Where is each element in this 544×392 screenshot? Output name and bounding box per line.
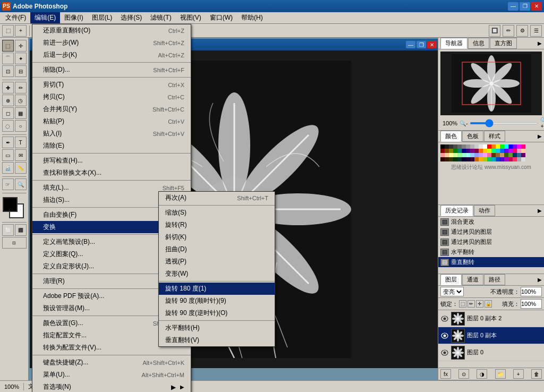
tool-notes[interactable]: ✉ xyxy=(15,149,27,161)
swatch[interactable] xyxy=(483,157,487,161)
transform-flip-h[interactable]: 水平翻转(H) xyxy=(159,322,275,334)
swatch[interactable] xyxy=(521,153,525,157)
swatch[interactable] xyxy=(517,153,521,157)
swatch[interactable] xyxy=(466,153,470,157)
swatch[interactable] xyxy=(457,153,462,157)
history-panel-menu[interactable]: ▶ xyxy=(538,208,542,214)
tool-eyedropper[interactable]: 🔬 xyxy=(2,162,14,174)
swatch[interactable] xyxy=(508,157,513,161)
swatch[interactable] xyxy=(445,144,449,149)
swatch[interactable] xyxy=(504,144,508,149)
swatch[interactable] xyxy=(496,144,500,149)
transform-warp[interactable]: 变形(W) xyxy=(159,268,275,280)
swatch[interactable] xyxy=(491,149,496,153)
transform-distort[interactable]: 扭曲(D) xyxy=(159,243,275,255)
tab-layers[interactable]: 图层 xyxy=(440,274,462,285)
transform-flip-v[interactable]: 垂直翻转(V) xyxy=(159,334,275,346)
edit-spell-check[interactable]: 拼写检查(H)... xyxy=(32,155,191,167)
menu-layer[interactable]: 图层(L) xyxy=(88,12,117,23)
swatch[interactable] xyxy=(491,157,496,161)
edit-preferences[interactable]: 首选项(N) ▶ xyxy=(32,381,191,392)
tab-actions[interactable]: 动作 xyxy=(474,205,495,216)
tab-color[interactable]: 颜色 xyxy=(440,131,462,142)
edit-paste[interactable]: 粘贴(P) Ctrl+V xyxy=(32,115,191,127)
zoom-slider[interactable] xyxy=(470,122,538,124)
edit-paste-into[interactable]: 贴入(I) Shift+Ctrl+V xyxy=(32,127,191,140)
swatch[interactable] xyxy=(496,153,500,157)
swatch[interactable] xyxy=(445,149,449,153)
zoom-out-icon[interactable]: 🔍- xyxy=(460,121,468,126)
tool-history[interactable]: ◷ xyxy=(15,95,27,106)
swatch[interactable] xyxy=(440,149,445,153)
layers-panel-menu[interactable]: ▶ xyxy=(538,277,542,283)
edit-cut[interactable]: 剪切(T) Ctrl+X xyxy=(32,79,191,91)
lock-all[interactable]: 🔒 xyxy=(484,300,492,308)
tool-brush[interactable]: ✏ xyxy=(15,82,27,93)
minimize-button[interactable]: — xyxy=(508,2,518,11)
tool-slice[interactable]: ⊟ xyxy=(15,65,27,77)
swatch[interactable] xyxy=(474,153,479,157)
edit-copy-merged[interactable]: 合并拷贝(Y) Shift+Ctrl+C xyxy=(32,103,191,115)
doc-restore[interactable]: ❐ xyxy=(416,41,426,48)
swatch[interactable] xyxy=(483,144,487,149)
swatch[interactable] xyxy=(457,157,462,161)
swatch[interactable] xyxy=(513,149,517,153)
swatch[interactable] xyxy=(470,153,474,157)
history-item-1[interactable]: ▤ 混合更改 xyxy=(438,217,544,227)
swatch[interactable] xyxy=(508,153,513,157)
layer-adjust-btn[interactable]: ◑ xyxy=(477,369,487,379)
history-item-4[interactable]: ▤ 水平翻转 xyxy=(438,247,544,257)
opacity-input[interactable] xyxy=(521,287,542,296)
transform-rotate[interactable]: 旋转(R) xyxy=(159,219,275,231)
lock-image[interactable]: ✏ xyxy=(468,300,475,308)
swatch[interactable] xyxy=(500,149,504,153)
swatch[interactable] xyxy=(453,144,457,149)
transform-perspective[interactable]: 透视(P) xyxy=(159,255,275,268)
swatch[interactable] xyxy=(487,153,491,157)
swatch[interactable] xyxy=(445,153,449,157)
tab-paths[interactable]: 路径 xyxy=(484,274,505,285)
layer-style-btn[interactable]: fx xyxy=(440,369,451,379)
swatch[interactable] xyxy=(453,149,457,153)
swatch[interactable] xyxy=(449,144,453,149)
edit-keyboard-shortcuts[interactable]: 键盘快捷键(Z)... Alt+Shift+Ctrl+K xyxy=(32,356,191,369)
swatch[interactable] xyxy=(521,144,525,149)
edit-find-replace[interactable]: 查找和替换文本(X)... xyxy=(32,167,191,179)
swatch[interactable] xyxy=(521,157,525,161)
layer-item-copy1[interactable]: 图层 0 副本 xyxy=(438,327,544,344)
restore-button[interactable]: ❐ xyxy=(520,2,530,11)
doc-minimize[interactable]: — xyxy=(406,41,415,48)
tool-measure[interactable]: 📏 xyxy=(15,162,27,174)
swatch[interactable] xyxy=(440,144,445,149)
swatch[interactable] xyxy=(474,157,479,161)
swatch[interactable] xyxy=(517,157,521,161)
menu-view[interactable]: 视图(V) xyxy=(176,12,206,23)
swatch[interactable] xyxy=(479,144,483,149)
menu-select[interactable]: 选择(S) xyxy=(116,12,146,23)
swatch[interactable] xyxy=(453,153,457,157)
swatch[interactable] xyxy=(496,157,500,161)
toolbar-layer-comp-btn[interactable]: ☰ xyxy=(530,25,542,37)
blend-mode-select[interactable]: 变亮 xyxy=(440,287,464,296)
edit-undo[interactable]: 还原垂直翻转(O) Ctrl+Z xyxy=(32,24,191,37)
swatch[interactable] xyxy=(487,144,491,149)
color-panel-menu[interactable]: ▶ xyxy=(538,133,542,139)
swatch[interactable] xyxy=(504,157,508,161)
transform-rotate-90ccw[interactable]: 旋转 90 度(逆时针)(O) xyxy=(159,307,275,319)
menu-window[interactable]: 窗口(W) xyxy=(206,12,237,23)
tool-crop[interactable]: ⊡ xyxy=(2,65,14,77)
swatch[interactable] xyxy=(491,144,496,149)
layer-delete-btn[interactable]: 🗑 xyxy=(531,369,542,379)
edit-copy[interactable]: 拷贝(C) Ctrl+C xyxy=(32,91,191,103)
swatch[interactable] xyxy=(517,144,521,149)
layer-mask-btn[interactable]: ⊙ xyxy=(458,369,469,379)
foreground-color[interactable] xyxy=(3,197,18,212)
swatch[interactable] xyxy=(479,153,483,157)
tool-marquee[interactable]: ⬚ xyxy=(2,40,14,52)
swatch[interactable] xyxy=(517,149,521,153)
swatch[interactable] xyxy=(504,149,508,153)
swatch[interactable] xyxy=(466,157,470,161)
tab-info[interactable]: 信息 xyxy=(468,38,489,49)
menu-filter[interactable]: 滤镜(T) xyxy=(146,12,175,23)
toolbar-select-btn[interactable]: ⬚ xyxy=(2,25,14,37)
